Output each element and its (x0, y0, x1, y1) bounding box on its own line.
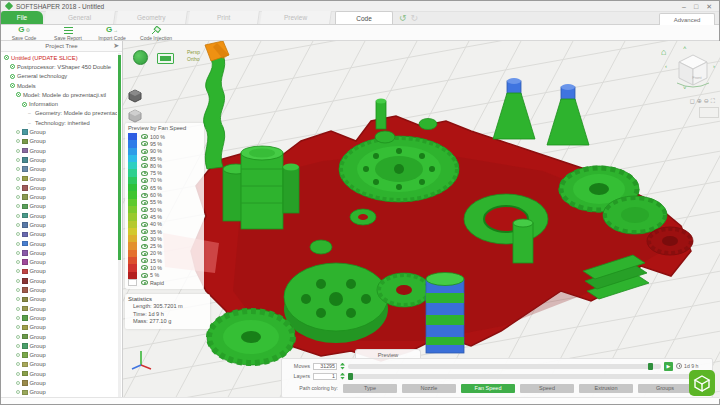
tree-group-row[interactable]: Group (1, 388, 117, 397)
visibility-eye-icon[interactable] (141, 214, 148, 219)
tree-group-row[interactable]: Group (1, 192, 117, 201)
view-cube-dark-icon[interactable] (128, 89, 142, 103)
model-gear-small[interactable] (377, 273, 431, 307)
group-toggle-icon[interactable] (16, 297, 20, 301)
model-small-cylinder[interactable] (513, 219, 533, 263)
group-toggle-icon[interactable] (16, 195, 20, 199)
coloring-button-speed[interactable]: Speed (520, 384, 574, 393)
group-toggle-icon[interactable] (16, 186, 20, 190)
visibility-eye-icon[interactable] (141, 178, 148, 183)
tree-expand-icon[interactable] (10, 83, 15, 88)
model-red-gear[interactable] (647, 227, 693, 255)
group-toggle-icon[interactable] (16, 139, 20, 143)
group-toggle-icon[interactable] (16, 335, 20, 339)
nav-arrow-right-icon[interactable]: › (713, 63, 715, 69)
tree-pin-icon[interactable]: ➤ (113, 42, 119, 50)
visibility-eye-icon[interactable] (141, 207, 148, 212)
tree-group-row[interactable]: Group (1, 378, 117, 387)
undo-icon[interactable]: ↺ (399, 13, 407, 23)
screen-mode-button[interactable] (157, 53, 174, 64)
visibility-eye-icon[interactable] (141, 200, 148, 205)
visibility-eye-icon[interactable] (141, 171, 148, 176)
tree-group-row[interactable]: Group (1, 165, 117, 174)
model-ring[interactable] (464, 194, 548, 244)
tab-geometry[interactable]: Geometry (116, 11, 188, 24)
model-gear-bottom-left[interactable] (207, 309, 295, 365)
tab-code[interactable]: Code (335, 11, 393, 24)
visibility-eye-icon[interactable] (141, 141, 148, 146)
group-toggle-icon[interactable] (16, 130, 20, 134)
group-toggle-icon[interactable] (16, 158, 20, 162)
model-gear-right-2[interactable] (603, 196, 667, 234)
tree-group-row[interactable]: Group (1, 202, 117, 211)
group-toggle-icon[interactable] (16, 149, 20, 153)
tree-group-row[interactable]: Group (1, 323, 117, 332)
tree-item[interactable]: Untitled (UPDATE SLICE) (1, 53, 117, 62)
group-toggle-icon[interactable] (16, 390, 20, 394)
model-blue-cylinder[interactable] (426, 273, 464, 354)
tree-expand-icon[interactable] (10, 74, 15, 79)
coloring-button-groups[interactable]: Groups (638, 384, 692, 393)
tree-expand-icon[interactable] (16, 92, 21, 97)
advanced-button[interactable]: Advanced (659, 13, 715, 25)
nav-arrow-left-icon[interactable]: ‹ (665, 63, 667, 69)
visibility-eye-icon[interactable] (141, 265, 148, 270)
tree-group-row[interactable]: Group (1, 313, 117, 322)
code-injection-button[interactable]: Code Injection (139, 26, 173, 41)
tree-group-row[interactable]: Group (1, 360, 117, 369)
tree-item[interactable]: Information (1, 99, 117, 108)
save-report-button[interactable]: Save Report (51, 26, 85, 41)
tree-item[interactable]: Postprocessor: VShaper 450 Double (1, 62, 117, 71)
model-cone-2[interactable] (547, 84, 589, 145)
scene-canvas[interactable] (123, 41, 720, 399)
group-toggle-icon[interactable] (16, 381, 20, 385)
close-button[interactable]: ✕ (706, 2, 712, 11)
persp-label[interactable]: Persp (187, 49, 200, 56)
group-toggle-icon[interactable] (16, 204, 20, 208)
import-code-button[interactable]: G→ Import Code (95, 26, 129, 41)
tree-group-row[interactable]: Group (1, 155, 117, 164)
group-toggle-icon[interactable] (16, 353, 20, 357)
tree-group-row[interactable]: Group (1, 248, 117, 257)
tree-expand-icon[interactable] (10, 64, 15, 69)
visibility-eye-icon[interactable] (141, 236, 148, 241)
moves-slider[interactable] (348, 364, 661, 369)
visibility-eye-icon[interactable] (141, 156, 148, 161)
minimize-button[interactable]: – (682, 2, 686, 11)
redo-icon[interactable]: ↻ (411, 13, 419, 23)
visibility-eye-icon[interactable] (141, 244, 148, 249)
tree-group-row[interactable]: Group (1, 220, 117, 229)
moves-value-field[interactable]: 31295 (313, 363, 337, 370)
tree-group-row[interactable]: Group (1, 341, 117, 350)
group-toggle-icon[interactable] (16, 316, 20, 320)
tab-preview[interactable]: Preview (260, 11, 332, 24)
home-view-icon[interactable]: ⌂ (661, 47, 666, 57)
render-mode-button[interactable] (133, 50, 148, 65)
maximize-button[interactable]: □ (694, 2, 698, 11)
coloring-button-extrusion[interactable]: Extrusion (579, 384, 633, 393)
coloring-button-type[interactable]: Type (343, 384, 397, 393)
visibility-eye-icon[interactable] (141, 163, 148, 168)
model-flange-disc[interactable] (284, 263, 388, 343)
layers-slider[interactable] (348, 374, 708, 379)
view-cube-light-icon[interactable] (128, 109, 142, 123)
group-toggle-icon[interactable] (16, 177, 20, 181)
group-toggle-icon[interactable] (16, 260, 20, 264)
play-button[interactable]: ▶ (664, 362, 673, 371)
ortho-label[interactable]: Ortho (187, 56, 200, 63)
visibility-eye-icon[interactable] (141, 280, 148, 285)
tree-scrollbar[interactable] (118, 53, 121, 399)
group-toggle-icon[interactable] (16, 232, 20, 236)
group-toggle-icon[interactable] (16, 269, 20, 273)
tree-item[interactable]: Models (1, 81, 117, 90)
visibility-eye-icon[interactable] (141, 258, 148, 263)
tree-expand-icon[interactable] (22, 102, 27, 107)
projection-toggle[interactable]: Persp Ortho (187, 49, 200, 62)
zoom-toolbar[interactable]: ◻⊕⊖⛶ (690, 97, 717, 105)
tree-group-row[interactable]: Group (1, 369, 117, 378)
tree-group-row[interactable]: Group (1, 304, 117, 313)
tree-group-row[interactable]: Group (1, 146, 117, 155)
visibility-eye-icon[interactable] (141, 149, 148, 154)
nav-cube[interactable]: Front (673, 51, 713, 91)
tree-group-row[interactable]: Group (1, 239, 117, 248)
